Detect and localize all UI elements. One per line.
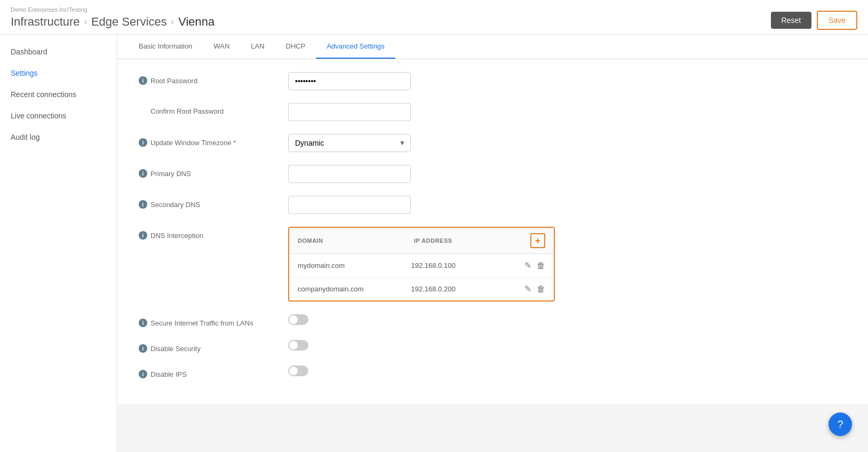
breadcrumb-root[interactable]: Infrastructure: [11, 15, 80, 29]
disable-security-slider: [288, 340, 308, 351]
tab-lan[interactable]: LAN: [240, 35, 275, 59]
root-password-label-col: i Root Password: [139, 72, 288, 85]
root-password-label: Root Password: [150, 77, 197, 85]
sidebar-item-dashboard[interactable]: Dashboard: [0, 41, 117, 62]
save-button[interactable]: Save: [817, 11, 857, 30]
header: Demo Enterprises Inc/Testing Infrastruct…: [0, 0, 868, 35]
confirm-password-input[interactable]: [288, 103, 411, 121]
dns-ip-0: 192.168.0.100: [411, 261, 525, 269]
confirm-password-label-col: Confirm Root Password: [139, 103, 288, 115]
dns-add-button[interactable]: +: [530, 233, 545, 248]
secure-internet-label-col: i Secure Internet Traffic from LANs: [139, 314, 288, 327]
timezone-row: i Update Window Timezone * Dynamic Stati…: [139, 134, 847, 152]
primary-dns-label: Primary DNS: [150, 170, 191, 178]
breadcrumb-area: Demo Enterprises Inc/Testing Infrastruct…: [11, 6, 214, 29]
disable-security-control-col: [288, 340, 847, 351]
tabs: Basic Information WAN LAN DHCP Advanced …: [117, 35, 868, 59]
sidebar-item-settings[interactable]: Settings: [0, 62, 117, 84]
form-area: i Root Password Confirm Root Password: [117, 59, 868, 404]
secondary-dns-label: Secondary DNS: [150, 201, 200, 209]
secondary-dns-control-col: [288, 196, 847, 214]
disable-ips-toggle[interactable]: [288, 366, 308, 376]
secondary-dns-info-icon: i: [139, 200, 147, 209]
timezone-select-wrap: Dynamic Static Manual ▼: [288, 134, 411, 152]
breadcrumb-sep-1: ›: [84, 17, 87, 27]
root-password-control-col: [288, 72, 847, 90]
secure-internet-label: Secure Internet Traffic from LANs: [150, 319, 253, 327]
sidebar-item-live-connections[interactable]: Live connections: [0, 105, 117, 126]
dns-delete-icon-0[interactable]: 🗑: [537, 261, 545, 271]
primary-dns-control-col: [288, 165, 847, 183]
dns-delete-icon-1[interactable]: 🗑: [537, 284, 545, 294]
root-password-row: i Root Password: [139, 72, 847, 90]
dns-interception-control-col: DOMAIN IP ADDRESS + mydomain.com 192.168…: [288, 227, 847, 302]
primary-dns-input[interactable]: [288, 165, 411, 183]
breadcrumb-sep-2: ›: [171, 17, 174, 27]
disable-ips-label: Disable IPS: [150, 370, 187, 378]
timezone-label-col: i Update Window Timezone *: [139, 134, 288, 147]
dns-interception-info-icon: i: [139, 231, 147, 240]
dns-edit-icon-1[interactable]: ✎: [524, 284, 531, 294]
secondary-dns-input[interactable]: [288, 196, 411, 214]
header-actions: Reset Save: [771, 11, 858, 30]
secure-internet-toggle[interactable]: [288, 314, 308, 325]
secure-internet-control-col: [288, 314, 847, 325]
dns-actions-1: ✎ 🗑: [524, 284, 545, 294]
dns-col-ip-header: IP ADDRESS: [414, 237, 530, 244]
sidebar: Dashboard Settings Recent connections Li…: [0, 35, 117, 452]
breadcrumb: Infrastructure › Edge Services › Vienna: [11, 15, 214, 29]
dns-domain-1: companydomain.com: [298, 285, 411, 293]
dns-col-domain-header: DOMAIN: [298, 237, 414, 244]
dns-row-1: companydomain.com 192.168.0.200 ✎ 🗑: [289, 277, 554, 300]
primary-dns-row: i Primary DNS: [139, 165, 847, 183]
breadcrumb-parent[interactable]: Edge Services: [91, 15, 167, 29]
org-label: Demo Enterprises Inc/Testing: [11, 6, 214, 13]
secure-internet-row: i Secure Internet Traffic from LANs: [139, 314, 847, 327]
secondary-dns-row: i Secondary DNS: [139, 196, 847, 214]
tab-wan[interactable]: WAN: [203, 35, 240, 59]
disable-ips-info-icon: i: [139, 370, 147, 378]
tab-basic-information[interactable]: Basic Information: [128, 35, 203, 59]
confirm-password-label: Confirm Root Password: [139, 107, 224, 115]
secure-internet-info-icon: i: [139, 319, 147, 327]
dns-ip-1: 192.168.0.200: [411, 285, 525, 293]
app-container: Demo Enterprises Inc/Testing Infrastruct…: [0, 0, 868, 452]
disable-security-info-icon: i: [139, 344, 147, 353]
sidebar-item-audit-log[interactable]: Audit log: [0, 126, 117, 148]
dns-table-header: DOMAIN IP ADDRESS +: [289, 228, 554, 254]
primary-dns-info-icon: i: [139, 169, 147, 178]
disable-ips-row: i Disable IPS: [139, 366, 847, 378]
primary-dns-label-col: i Primary DNS: [139, 165, 288, 178]
dns-edit-icon-0[interactable]: ✎: [524, 260, 531, 271]
disable-ips-label-col: i Disable IPS: [139, 366, 288, 378]
root-password-input[interactable]: [288, 72, 411, 90]
reset-button[interactable]: Reset: [771, 12, 812, 29]
root-password-info-icon: i: [139, 76, 147, 85]
disable-ips-control-col: [288, 366, 847, 376]
disable-security-label: Disable Security: [150, 345, 201, 353]
dns-interception-row: i DNS Interception DOMAIN IP ADDRESS + m…: [139, 227, 847, 302]
dns-actions-0: ✎ 🗑: [524, 260, 545, 271]
dns-interception-label: DNS Interception: [150, 232, 203, 240]
timezone-control-col: Dynamic Static Manual ▼: [288, 134, 847, 152]
dns-table: DOMAIN IP ADDRESS + mydomain.com 192.168…: [288, 227, 555, 302]
dns-interception-label-col: i DNS Interception: [139, 227, 288, 240]
dns-domain-0: mydomain.com: [298, 261, 411, 269]
tab-dhcp[interactable]: DHCP: [275, 35, 316, 59]
main-layout: Dashboard Settings Recent connections Li…: [0, 35, 868, 452]
disable-ips-slider: [288, 366, 308, 376]
disable-security-toggle[interactable]: [288, 340, 308, 351]
tab-advanced-settings[interactable]: Advanced Settings: [316, 35, 395, 59]
timezone-label: Update Window Timezone *: [150, 139, 236, 147]
disable-security-label-col: i Disable Security: [139, 340, 288, 353]
timezone-info-icon: i: [139, 138, 147, 147]
timezone-select[interactable]: Dynamic Static Manual: [288, 134, 411, 152]
confirm-password-row: Confirm Root Password: [139, 103, 847, 121]
sidebar-item-recent-connections[interactable]: Recent connections: [0, 84, 117, 105]
breadcrumb-current: Vienna: [178, 15, 214, 29]
disable-security-row: i Disable Security: [139, 340, 847, 353]
secondary-dns-label-col: i Secondary DNS: [139, 196, 288, 209]
confirm-password-control-col: [288, 103, 847, 121]
help-fab[interactable]: ?: [829, 413, 852, 436]
dns-row-0: mydomain.com 192.168.0.100 ✎ 🗑: [289, 254, 554, 277]
